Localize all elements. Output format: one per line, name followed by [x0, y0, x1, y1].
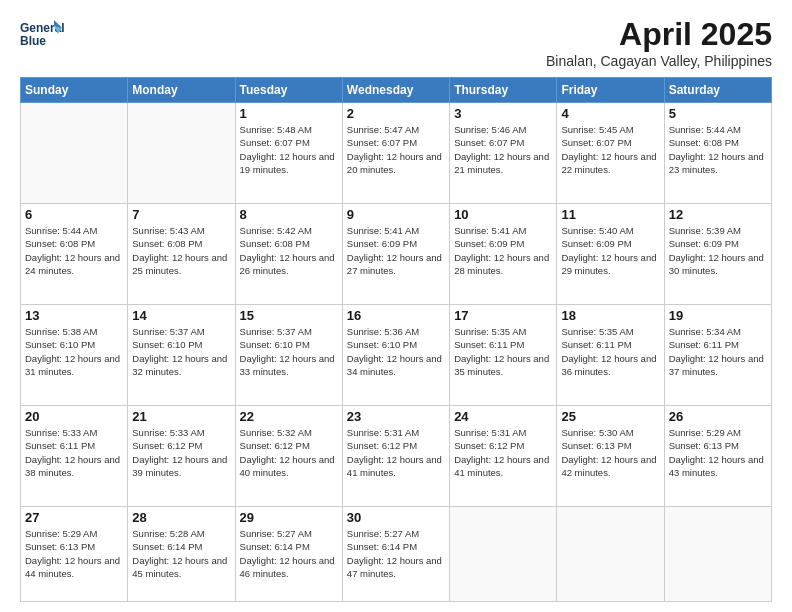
table-row: 10 Sunrise: 5:41 AMSunset: 6:09 PMDaylig…	[450, 203, 557, 304]
day-info: Sunrise: 5:31 AMSunset: 6:12 PMDaylight:…	[347, 426, 445, 479]
day-number: 23	[347, 409, 445, 424]
table-row	[557, 506, 664, 601]
day-info: Sunrise: 5:46 AMSunset: 6:07 PMDaylight:…	[454, 123, 552, 176]
col-tuesday: Tuesday	[235, 78, 342, 103]
table-row: 2 Sunrise: 5:47 AMSunset: 6:07 PMDayligh…	[342, 103, 449, 204]
day-info: Sunrise: 5:27 AMSunset: 6:14 PMDaylight:…	[347, 527, 445, 580]
day-number: 5	[669, 106, 767, 121]
day-info: Sunrise: 5:44 AMSunset: 6:08 PMDaylight:…	[669, 123, 767, 176]
day-number: 11	[561, 207, 659, 222]
day-info: Sunrise: 5:48 AMSunset: 6:07 PMDaylight:…	[240, 123, 338, 176]
day-number: 2	[347, 106, 445, 121]
subtitle: Binalan, Cagayan Valley, Philippines	[546, 53, 772, 69]
col-saturday: Saturday	[664, 78, 771, 103]
table-row: 20 Sunrise: 5:33 AMSunset: 6:11 PMDaylig…	[21, 405, 128, 506]
table-row: 25 Sunrise: 5:30 AMSunset: 6:13 PMDaylig…	[557, 405, 664, 506]
table-row	[21, 103, 128, 204]
day-number: 10	[454, 207, 552, 222]
day-number: 3	[454, 106, 552, 121]
day-info: Sunrise: 5:33 AMSunset: 6:11 PMDaylight:…	[25, 426, 123, 479]
day-info: Sunrise: 5:37 AMSunset: 6:10 PMDaylight:…	[132, 325, 230, 378]
table-row: 15 Sunrise: 5:37 AMSunset: 6:10 PMDaylig…	[235, 304, 342, 405]
day-info: Sunrise: 5:39 AMSunset: 6:09 PMDaylight:…	[669, 224, 767, 277]
table-row: 26 Sunrise: 5:29 AMSunset: 6:13 PMDaylig…	[664, 405, 771, 506]
col-sunday: Sunday	[21, 78, 128, 103]
table-row	[128, 103, 235, 204]
table-row: 16 Sunrise: 5:36 AMSunset: 6:10 PMDaylig…	[342, 304, 449, 405]
day-number: 14	[132, 308, 230, 323]
day-info: Sunrise: 5:33 AMSunset: 6:12 PMDaylight:…	[132, 426, 230, 479]
table-row: 21 Sunrise: 5:33 AMSunset: 6:12 PMDaylig…	[128, 405, 235, 506]
col-friday: Friday	[557, 78, 664, 103]
table-row: 1 Sunrise: 5:48 AMSunset: 6:07 PMDayligh…	[235, 103, 342, 204]
table-row: 30 Sunrise: 5:27 AMSunset: 6:14 PMDaylig…	[342, 506, 449, 601]
col-wednesday: Wednesday	[342, 78, 449, 103]
day-info: Sunrise: 5:38 AMSunset: 6:10 PMDaylight:…	[25, 325, 123, 378]
day-number: 1	[240, 106, 338, 121]
header: General Blue April 2025 Binalan, Cagayan…	[20, 16, 772, 69]
calendar-table: Sunday Monday Tuesday Wednesday Thursday…	[20, 77, 772, 602]
table-row: 9 Sunrise: 5:41 AMSunset: 6:09 PMDayligh…	[342, 203, 449, 304]
day-number: 13	[25, 308, 123, 323]
day-number: 12	[669, 207, 767, 222]
table-row: 19 Sunrise: 5:34 AMSunset: 6:11 PMDaylig…	[664, 304, 771, 405]
day-number: 4	[561, 106, 659, 121]
table-row: 24 Sunrise: 5:31 AMSunset: 6:12 PMDaylig…	[450, 405, 557, 506]
table-row: 27 Sunrise: 5:29 AMSunset: 6:13 PMDaylig…	[21, 506, 128, 601]
day-number: 8	[240, 207, 338, 222]
table-row: 3 Sunrise: 5:46 AMSunset: 6:07 PMDayligh…	[450, 103, 557, 204]
day-info: Sunrise: 5:47 AMSunset: 6:07 PMDaylight:…	[347, 123, 445, 176]
day-info: Sunrise: 5:35 AMSunset: 6:11 PMDaylight:…	[561, 325, 659, 378]
table-row	[450, 506, 557, 601]
table-row: 18 Sunrise: 5:35 AMSunset: 6:11 PMDaylig…	[557, 304, 664, 405]
calendar-header-row: Sunday Monday Tuesday Wednesday Thursday…	[21, 78, 772, 103]
day-number: 21	[132, 409, 230, 424]
day-info: Sunrise: 5:41 AMSunset: 6:09 PMDaylight:…	[454, 224, 552, 277]
table-row: 28 Sunrise: 5:28 AMSunset: 6:14 PMDaylig…	[128, 506, 235, 601]
title-block: April 2025 Binalan, Cagayan Valley, Phil…	[546, 16, 772, 69]
day-number: 6	[25, 207, 123, 222]
day-number: 16	[347, 308, 445, 323]
day-info: Sunrise: 5:43 AMSunset: 6:08 PMDaylight:…	[132, 224, 230, 277]
table-row: 23 Sunrise: 5:31 AMSunset: 6:12 PMDaylig…	[342, 405, 449, 506]
table-row: 4 Sunrise: 5:45 AMSunset: 6:07 PMDayligh…	[557, 103, 664, 204]
day-info: Sunrise: 5:41 AMSunset: 6:09 PMDaylight:…	[347, 224, 445, 277]
day-number: 25	[561, 409, 659, 424]
day-number: 29	[240, 510, 338, 525]
day-number: 26	[669, 409, 767, 424]
table-row: 6 Sunrise: 5:44 AMSunset: 6:08 PMDayligh…	[21, 203, 128, 304]
day-info: Sunrise: 5:42 AMSunset: 6:08 PMDaylight:…	[240, 224, 338, 277]
table-row: 7 Sunrise: 5:43 AMSunset: 6:08 PMDayligh…	[128, 203, 235, 304]
day-info: Sunrise: 5:32 AMSunset: 6:12 PMDaylight:…	[240, 426, 338, 479]
day-number: 24	[454, 409, 552, 424]
table-row: 22 Sunrise: 5:32 AMSunset: 6:12 PMDaylig…	[235, 405, 342, 506]
day-info: Sunrise: 5:30 AMSunset: 6:13 PMDaylight:…	[561, 426, 659, 479]
table-row: 29 Sunrise: 5:27 AMSunset: 6:14 PMDaylig…	[235, 506, 342, 601]
table-row	[664, 506, 771, 601]
day-number: 28	[132, 510, 230, 525]
day-info: Sunrise: 5:44 AMSunset: 6:08 PMDaylight:…	[25, 224, 123, 277]
day-info: Sunrise: 5:28 AMSunset: 6:14 PMDaylight:…	[132, 527, 230, 580]
day-number: 15	[240, 308, 338, 323]
day-info: Sunrise: 5:34 AMSunset: 6:11 PMDaylight:…	[669, 325, 767, 378]
day-info: Sunrise: 5:40 AMSunset: 6:09 PMDaylight:…	[561, 224, 659, 277]
day-number: 19	[669, 308, 767, 323]
day-info: Sunrise: 5:29 AMSunset: 6:13 PMDaylight:…	[25, 527, 123, 580]
day-number: 7	[132, 207, 230, 222]
logo: General Blue	[20, 16, 64, 60]
table-row: 13 Sunrise: 5:38 AMSunset: 6:10 PMDaylig…	[21, 304, 128, 405]
svg-text:Blue: Blue	[20, 34, 46, 48]
day-number: 22	[240, 409, 338, 424]
day-number: 27	[25, 510, 123, 525]
day-info: Sunrise: 5:37 AMSunset: 6:10 PMDaylight:…	[240, 325, 338, 378]
day-number: 9	[347, 207, 445, 222]
table-row: 11 Sunrise: 5:40 AMSunset: 6:09 PMDaylig…	[557, 203, 664, 304]
day-info: Sunrise: 5:35 AMSunset: 6:11 PMDaylight:…	[454, 325, 552, 378]
col-thursday: Thursday	[450, 78, 557, 103]
col-monday: Monday	[128, 78, 235, 103]
day-info: Sunrise: 5:31 AMSunset: 6:12 PMDaylight:…	[454, 426, 552, 479]
day-number: 20	[25, 409, 123, 424]
day-number: 30	[347, 510, 445, 525]
table-row: 17 Sunrise: 5:35 AMSunset: 6:11 PMDaylig…	[450, 304, 557, 405]
day-info: Sunrise: 5:36 AMSunset: 6:10 PMDaylight:…	[347, 325, 445, 378]
